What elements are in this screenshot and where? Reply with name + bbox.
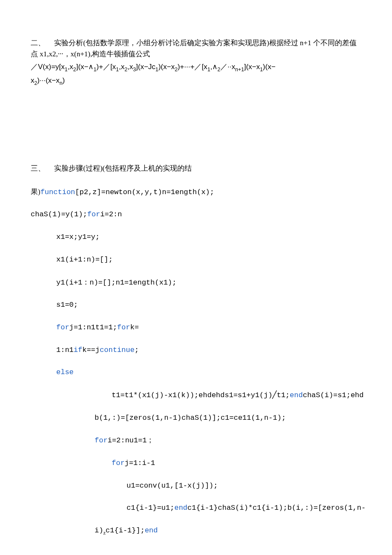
code-line: fori=2:nu1=1； bbox=[31, 435, 361, 446]
code-text: s1=0; bbox=[56, 301, 78, 309]
code-line: x1(i+1:n)=[]; bbox=[31, 254, 361, 265]
code-line: i)zc1{i-1}];end bbox=[31, 525, 361, 537]
code-line: 果)function[p2,z]=newton(x,y,t)n=1ength(x… bbox=[31, 186, 361, 198]
code-text: 果) bbox=[31, 188, 40, 196]
formula-sub: 1 bbox=[93, 67, 96, 73]
code-text: [p2,z]=newton(x,y,t)n=1ength(x); bbox=[75, 188, 214, 196]
formula-text: ](x−∧ bbox=[76, 63, 94, 71]
formula-sub: 1 bbox=[116, 67, 119, 73]
formula-line-2: x2)···(x−xn) bbox=[31, 75, 361, 87]
keyword-for: for bbox=[95, 436, 108, 445]
keyword-if: if bbox=[74, 346, 82, 354]
code-block: 果)function[p2,z]=newton(x,y,t)n=1ength(x… bbox=[31, 175, 361, 548]
formula-text: )+···+／[x bbox=[178, 63, 208, 71]
formula-sub: 2 bbox=[73, 67, 76, 73]
code-line: else bbox=[31, 367, 361, 378]
formula-text: ) bbox=[63, 76, 65, 84]
keyword-end: end bbox=[145, 526, 158, 535]
formula-text: ／V(x)=y[x bbox=[31, 63, 65, 71]
formula-sub: 1 bbox=[260, 67, 263, 73]
code-text: t1; bbox=[277, 391, 290, 399]
formula-text: ,x bbox=[68, 63, 73, 71]
code-text: u1=conv(u1,[1-x(j)]); bbox=[127, 482, 218, 490]
formula-text: ,x bbox=[119, 63, 124, 71]
formula-text: ,x bbox=[127, 63, 133, 71]
code-text: ； bbox=[147, 436, 154, 444]
vertical-gap bbox=[31, 88, 361, 163]
formula-text: ](x−Jc bbox=[136, 63, 156, 71]
section-2-heading-body: 实验分析(包括数学原理，小组分析讨论后确定实验方案和实现思路)根据经过 n+1 … bbox=[31, 39, 357, 58]
code-line: s1=0; bbox=[31, 299, 361, 311]
formula-text: ／··x bbox=[220, 63, 235, 71]
code-line: t1=t1*(x1(j)-x1(k));ehdehds1=s1+y1(j)╱t1… bbox=[31, 389, 361, 401]
code-text: 1:n1 bbox=[56, 346, 74, 354]
code-text: k= bbox=[130, 323, 138, 331]
section-2-heading-prefix: 二、 bbox=[31, 39, 45, 47]
section-3-heading: 三、 实脸步骤(过程)(包括程序及上机的实现的结 bbox=[31, 163, 361, 174]
code-text: c1{i-1}=u1; bbox=[127, 504, 174, 512]
code-text: c1{i-1}chaS(i)*c1{i-1);b(i,:)=[zeros(1,n… bbox=[187, 504, 366, 512]
keyword-end: end bbox=[290, 391, 303, 399]
section-3-heading-prefix: 三、 bbox=[31, 164, 45, 172]
code-text: ; bbox=[135, 346, 139, 354]
code-line: c1{i-1}=u1;endc1{i-1}chaS(i)*c1{i-1);b(i… bbox=[31, 503, 361, 514]
formula-text: )(x− bbox=[263, 63, 276, 71]
code-text: ╱ bbox=[272, 391, 277, 399]
formula-sub: 1 bbox=[156, 67, 159, 73]
code-text: x1(i+1:n)=[]; bbox=[56, 256, 113, 264]
code-text: c1{i-1}]; bbox=[106, 526, 145, 535]
code-text: x1=x;y1=y; bbox=[56, 233, 100, 241]
formula-line-1: ／V(x)=y[x1,x2](x−∧1)+／[x1,x2,x3](x−Jc1)(… bbox=[31, 61, 361, 74]
code-text: j=1:n1t1=1; bbox=[69, 323, 117, 331]
formula-sub: 2 bbox=[124, 67, 127, 73]
formula-text: )(x−x bbox=[159, 63, 175, 71]
code-line: forj=1:i-1 bbox=[31, 458, 361, 469]
keyword-for: for bbox=[112, 459, 125, 467]
code-text: chaS(1)=y(1); bbox=[31, 210, 87, 218]
formula-text: )+／[x bbox=[96, 63, 116, 71]
code-line: x1=x;y1=y; bbox=[31, 232, 361, 243]
formula-sub: 2 bbox=[217, 67, 220, 73]
formula-text: ](x−x bbox=[244, 63, 260, 71]
keyword-for: for bbox=[117, 323, 130, 331]
code-text: i) bbox=[95, 526, 103, 535]
code-sub: z bbox=[103, 530, 105, 536]
formula-sub: 1 bbox=[65, 67, 68, 73]
code-text: i=2:n bbox=[100, 210, 122, 218]
formula-sub: 2 bbox=[175, 67, 178, 73]
code-text: j=1:i-1 bbox=[125, 459, 155, 467]
formula-text: ,∧ bbox=[210, 63, 217, 71]
keyword-function: function bbox=[40, 188, 75, 196]
code-text: i=2:nu1=1 bbox=[108, 436, 147, 445]
keyword-for: for bbox=[56, 323, 69, 331]
section-2: 二、 实验分析(包括数学原理，小组分析讨论后确定实验方案和实现思路)根据经过 n… bbox=[31, 38, 361, 60]
code-text: chaS(i)=s1;ehd bbox=[303, 391, 364, 399]
code-line: b(1,:)=[zeros(1,n-1)chaS(1)];c1=ce11(1,n… bbox=[31, 413, 361, 424]
formula-sub: 2 bbox=[35, 80, 37, 86]
keyword-for: for bbox=[87, 210, 101, 218]
formula-sub: n bbox=[60, 80, 63, 86]
formula-text: x bbox=[31, 76, 35, 84]
formula-sub: 1 bbox=[208, 67, 210, 73]
code-line: chaS(1)=y(1);fori=2:n bbox=[31, 209, 361, 220]
formula-sub: n+1 bbox=[235, 67, 244, 73]
formula-text: )···(x−x bbox=[37, 76, 59, 84]
code-text: t1=t1*(x1(j)-x1(k));ehdehds1=s1+y1(j) bbox=[112, 391, 272, 399]
formula-sub: 3 bbox=[133, 67, 136, 73]
keyword-end: end bbox=[174, 504, 187, 512]
code-line: 1:n1ifk==jcontinue; bbox=[31, 345, 361, 356]
code-text: k==j bbox=[82, 346, 100, 354]
code-text: b(1,:)=[zeros(1,n-1)chaS(1)];c1=ce11(1,n… bbox=[95, 414, 286, 422]
section-3-heading-body: 实脸步骤(过程)(包括程序及上机的实现的结 bbox=[54, 164, 192, 172]
keyword-continue: continue bbox=[100, 346, 135, 354]
keyword-else: else bbox=[56, 368, 74, 376]
code-line: y1(i+1：n)=[];n1=1ength(x1); bbox=[31, 277, 361, 288]
code-text: ： bbox=[82, 278, 89, 286]
code-line: u1=conv(u1,[1-x(j)]); bbox=[31, 480, 361, 491]
code-line: forj=1:n1t1=1;fork= bbox=[31, 322, 361, 333]
